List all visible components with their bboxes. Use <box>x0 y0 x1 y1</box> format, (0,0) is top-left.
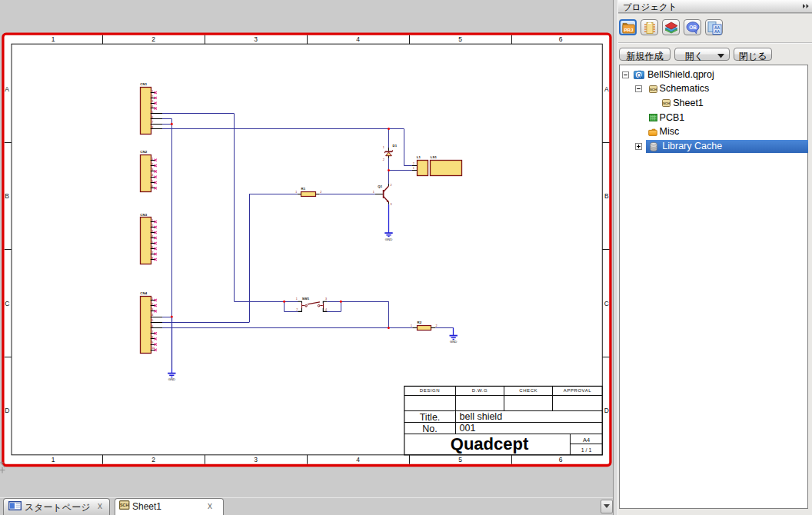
svg-text:4: 4 <box>151 314 153 317</box>
svg-text:2: 2 <box>151 35 155 43</box>
svg-text:1: 1 <box>296 297 298 301</box>
svg-text:R1: R1 <box>301 187 306 191</box>
svg-text:1: 1 <box>411 324 412 327</box>
svg-text:B: B <box>5 192 9 200</box>
svg-text:1: 1 <box>151 219 153 222</box>
svg-text:7: 7 <box>151 331 153 334</box>
svg-text:5: 5 <box>458 35 462 43</box>
svg-text:OB: OB <box>689 25 697 30</box>
svg-text:4: 4 <box>151 235 153 238</box>
svg-text:GND: GND <box>168 377 175 381</box>
svg-text:Quadcept: Quadcept <box>451 434 529 454</box>
svg-text:7: 7 <box>151 251 153 254</box>
svg-text:2: 2 <box>151 163 153 166</box>
svg-text:6: 6 <box>151 185 153 188</box>
svg-text:3: 3 <box>254 35 258 43</box>
svg-text:GND: GND <box>385 238 392 241</box>
svg-text:A: A <box>5 85 9 93</box>
svg-text:CN3: CN3 <box>140 213 147 217</box>
svg-text:6: 6 <box>151 325 153 328</box>
svg-text:1: 1 <box>383 146 384 149</box>
svg-text:2: 2 <box>296 308 298 311</box>
svg-text:AA: AA <box>714 29 720 34</box>
svg-text:CN1: CN1 <box>140 82 147 86</box>
svg-text:9: 9 <box>151 341 153 344</box>
svg-text:001: 001 <box>460 423 476 434</box>
svg-text:D.W.G: D.W.G <box>472 388 488 393</box>
svg-text:5: 5 <box>151 180 153 183</box>
svg-text:3: 3 <box>151 100 153 103</box>
svg-text:2: 2 <box>413 162 414 165</box>
svg-text:SW1: SW1 <box>302 297 310 301</box>
svg-text:PRJ: PRJ <box>624 27 634 32</box>
svg-text:1: 1 <box>151 297 153 301</box>
svg-text:2: 2 <box>151 95 153 98</box>
svg-text:Q1: Q1 <box>378 184 382 188</box>
svg-text:5: 5 <box>151 319 153 322</box>
svg-text:Title.: Title. <box>420 412 441 423</box>
svg-text:C: C <box>604 300 609 307</box>
svg-text:10: 10 <box>151 347 155 350</box>
svg-text:L1: L1 <box>417 155 421 159</box>
svg-text:6: 6 <box>559 456 563 464</box>
svg-text:SCH: SCH <box>663 101 670 105</box>
svg-text:3: 3 <box>391 203 392 206</box>
svg-text:4: 4 <box>325 308 327 311</box>
svg-text:3: 3 <box>151 168 153 171</box>
svg-text:A4: A4 <box>583 437 590 444</box>
svg-text:6: 6 <box>151 246 153 249</box>
svg-text:1 / 1: 1 / 1 <box>581 447 592 453</box>
svg-text:SCH: SCH <box>120 503 128 507</box>
svg-text:3: 3 <box>254 456 258 464</box>
svg-text:1: 1 <box>52 456 55 464</box>
svg-text:CN4: CN4 <box>140 291 147 295</box>
svg-text:SCH: SCH <box>650 88 657 91</box>
svg-text:3: 3 <box>151 308 153 311</box>
svg-text:2: 2 <box>320 191 321 194</box>
svg-text:DESIGN: DESIGN <box>420 388 440 393</box>
svg-text:APPROVAL: APPROVAL <box>564 388 591 393</box>
svg-text:2: 2 <box>435 324 437 327</box>
svg-text:D: D <box>604 407 609 414</box>
svg-text:1: 1 <box>52 35 55 43</box>
svg-text:8: 8 <box>151 336 153 339</box>
svg-text:4: 4 <box>356 456 360 464</box>
svg-text:3: 3 <box>151 230 153 233</box>
svg-text:4: 4 <box>151 174 153 177</box>
svg-text:Q: Q <box>636 71 641 78</box>
svg-text:R2: R2 <box>418 321 422 324</box>
svg-text:8: 8 <box>151 257 153 260</box>
svg-text:LS1: LS1 <box>431 155 438 159</box>
svg-text:8: 8 <box>151 126 153 129</box>
svg-text:4: 4 <box>356 35 360 43</box>
svg-text:3: 3 <box>325 297 327 301</box>
svg-text:2: 2 <box>383 158 384 161</box>
svg-text:CHECK: CHECK <box>519 388 537 393</box>
svg-text:D: D <box>5 407 9 414</box>
svg-text:2: 2 <box>391 184 392 187</box>
svg-text:5: 5 <box>151 241 153 244</box>
svg-text:1: 1 <box>373 191 374 194</box>
svg-text:C: C <box>5 300 9 307</box>
svg-text:4: 4 <box>151 105 153 108</box>
svg-text:B: B <box>604 192 609 200</box>
svg-text:CN2: CN2 <box>140 150 147 154</box>
svg-text:No.: No. <box>422 424 437 434</box>
svg-text:6: 6 <box>151 116 153 119</box>
svg-text:2: 2 <box>151 303 153 306</box>
svg-text:A: A <box>604 85 609 93</box>
svg-text:1: 1 <box>295 191 297 194</box>
svg-text:1: 1 <box>151 90 153 93</box>
svg-text:5: 5 <box>151 111 153 114</box>
svg-text:6: 6 <box>559 35 563 43</box>
svg-text:1: 1 <box>413 167 414 170</box>
svg-text:7: 7 <box>151 121 153 124</box>
svg-text:D1: D1 <box>393 144 398 148</box>
svg-text:5: 5 <box>458 456 462 464</box>
svg-text:2: 2 <box>151 224 153 228</box>
svg-text:GND: GND <box>450 340 457 344</box>
svg-text:2: 2 <box>151 456 155 464</box>
svg-text:bell shield: bell shield <box>460 411 503 422</box>
svg-text:1: 1 <box>151 158 153 161</box>
